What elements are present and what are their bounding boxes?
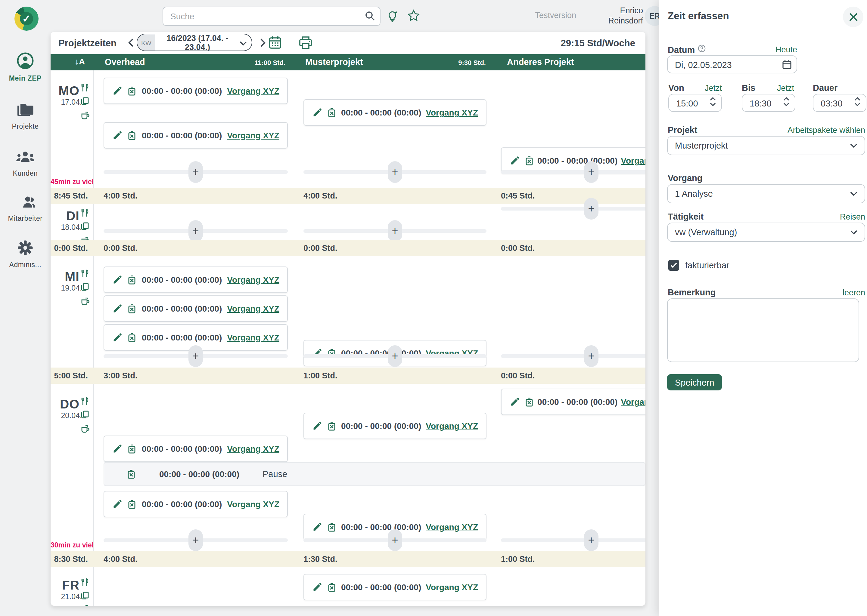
delete-entry-icon[interactable] <box>127 275 137 285</box>
entry-vorgang-link[interactable]: Vorgang XYZ <box>227 275 279 284</box>
delete-entry-icon[interactable] <box>127 444 137 454</box>
sidebar-item-mitarbeiter[interactable]: Mitarbeiter <box>0 194 50 222</box>
add-entry-button[interactable]: + <box>303 220 487 242</box>
time-entry[interactable]: 00:00 - 00:00 (00:00) Vorgang XYZ <box>104 295 288 322</box>
favorite-star-icon[interactable] <box>407 9 420 25</box>
entry-vorgang-link[interactable]: Vorgang XYZ <box>426 582 478 592</box>
edit-pencil-icon[interactable] <box>113 304 122 313</box>
column-header-anderes-projekt[interactable]: Anderes Projekt <box>507 57 574 67</box>
taetigkeit-select[interactable]: vw (Verwaltung) <box>667 223 865 242</box>
search-icon[interactable] <box>365 11 375 24</box>
next-week-button[interactable] <box>257 37 268 51</box>
sidebar-item-kunden[interactable]: Kunden <box>0 149 50 177</box>
delete-entry-icon[interactable] <box>127 332 137 343</box>
von-field[interactable] <box>668 94 722 112</box>
meal-break-icon[interactable] <box>81 578 88 589</box>
time-entry[interactable]: 00:00 - 00:00 (00:00) Vorgang XYZ <box>104 122 288 149</box>
time-entry[interactable]: 00:00 - 00:00 (00:00) Vorgang XYZ <box>501 389 645 415</box>
coffee-cup-icon[interactable] <box>81 605 90 606</box>
jetzt-link[interactable]: Jetzt <box>758 83 794 93</box>
edit-pencil-icon[interactable] <box>113 275 122 284</box>
fakturierbar-checkbox[interactable] <box>668 260 679 271</box>
bis-field[interactable] <box>742 94 795 112</box>
column-header-overhead[interactable]: Overhead <box>105 57 145 67</box>
time-entry[interactable]: 00:00 - 00:00 (00:00) Vorgang XYZ <box>104 267 288 293</box>
meal-break-icon[interactable] <box>81 209 88 220</box>
coffee-cup-icon[interactable] <box>81 297 90 308</box>
sidebar-item-administration[interactable]: Adminis... <box>0 239 50 268</box>
print-icon[interactable] <box>299 36 312 52</box>
help-icon[interactable] <box>698 44 706 54</box>
add-entry-button[interactable]: + <box>501 345 645 367</box>
zep-logo[interactable]: ✓ <box>14 6 39 31</box>
edit-pencil-icon[interactable] <box>312 421 322 431</box>
leeren-link[interactable]: leeren <box>835 288 865 297</box>
idea-lightbulb-icon[interactable] <box>386 9 399 25</box>
close-button[interactable] <box>843 6 863 27</box>
time-entry[interactable]: 00:00 - 00:00 (00:00) Vorgang XYZ <box>303 99 487 126</box>
projekt-select[interactable]: Musterprojekt <box>667 136 865 155</box>
prev-week-button[interactable] <box>126 37 137 51</box>
edit-pencil-icon[interactable] <box>113 333 122 342</box>
copy-icon[interactable] <box>81 97 89 108</box>
entry-vorgang-link[interactable]: Vorgang XYZ <box>227 304 279 313</box>
bemerkung-textarea[interactable] <box>667 299 859 362</box>
dauer-field[interactable] <box>813 94 866 112</box>
add-entry-button[interactable]: + <box>501 530 645 551</box>
entry-vorgang-link[interactable]: Vorgang XYZ <box>621 397 645 407</box>
meal-break-icon[interactable] <box>81 269 88 280</box>
time-entry[interactable]: 00:00 - 00:00 (00:00) Vorgang XYZ <box>303 574 487 600</box>
delete-entry-icon[interactable] <box>127 499 137 509</box>
week-selector[interactable]: KW 16/2023 (17.04. - 23.04.) <box>137 34 252 51</box>
edit-pencil-icon[interactable] <box>113 499 122 509</box>
search-input[interactable] <box>169 7 358 25</box>
entry-vorgang-link[interactable]: Vorgang XYZ <box>227 499 279 509</box>
entry-vorgang-link[interactable]: Vorgang XYZ <box>227 86 279 96</box>
add-entry-button[interactable]: + <box>104 345 288 367</box>
delete-entry-icon[interactable] <box>127 130 137 140</box>
entry-vorgang-link[interactable]: Vorgang XYZ <box>227 333 279 342</box>
copy-icon[interactable] <box>81 283 89 294</box>
calendar-icon[interactable] <box>782 60 792 72</box>
delete-entry-icon[interactable] <box>327 582 337 592</box>
entry-vorgang-link[interactable]: Vorgang XYZ <box>426 421 478 431</box>
von-input[interactable] <box>675 94 706 113</box>
time-entry[interactable]: 00:00 - 00:00 (00:00) Vorgang XYZ <box>303 413 487 439</box>
entry-vorgang-link[interactable]: Vorgang XYZ <box>227 444 279 454</box>
edit-pencil-icon[interactable] <box>510 397 520 407</box>
stepper-control[interactable] <box>783 97 789 107</box>
save-button[interactable]: Speichern <box>667 374 722 390</box>
edit-pencil-icon[interactable] <box>312 108 322 117</box>
sort-icon[interactable]: ↓A <box>75 57 85 66</box>
copy-icon[interactable] <box>81 591 89 602</box>
date-field[interactable] <box>667 55 797 73</box>
sidebar-item-mein-zep[interactable]: Mein ZEP <box>0 52 50 82</box>
coffee-cup-icon[interactable] <box>81 425 90 435</box>
reisen-link[interactable]: Reisen <box>835 212 865 222</box>
add-entry-button[interactable]: + <box>104 220 288 242</box>
copy-icon[interactable] <box>81 222 89 233</box>
edit-pencil-icon[interactable] <box>113 130 122 140</box>
entry-vorgang-link[interactable]: Vorgang XYZ <box>426 108 478 117</box>
delete-entry-icon[interactable] <box>327 107 337 118</box>
heute-link[interactable]: Heute <box>737 45 797 54</box>
time-entry[interactable]: 00:00 - 00:00 (00:00) Vorgang XYZ <box>104 435 288 462</box>
time-entry[interactable]: 00:00 - 00:00 (00:00) Vorgang XYZ <box>104 491 288 517</box>
delete-entry-icon[interactable] <box>127 86 137 96</box>
edit-pencil-icon[interactable] <box>113 86 122 96</box>
add-entry-button[interactable]: + <box>104 530 288 551</box>
delete-entry-icon[interactable] <box>525 397 534 407</box>
bis-input[interactable] <box>749 94 780 113</box>
add-entry-button[interactable]: + <box>501 198 645 220</box>
jetzt-link[interactable]: Jetzt <box>686 83 722 93</box>
sidebar-item-projekte[interactable]: Projekte <box>0 101 50 130</box>
add-entry-button[interactable]: + <box>303 345 487 367</box>
arbeitspakete-link[interactable]: Arbeitspakete wählen <box>775 126 865 135</box>
coffee-cup-icon[interactable] <box>81 111 90 122</box>
delete-entry-icon[interactable] <box>126 469 136 479</box>
dauer-input[interactable] <box>820 94 851 113</box>
meal-break-icon[interactable] <box>81 397 88 408</box>
time-entry[interactable]: 00:00 - 00:00 (00:00) Vorgang XYZ <box>104 78 288 104</box>
add-entry-button[interactable]: + <box>501 161 645 183</box>
add-entry-button[interactable]: + <box>104 161 288 183</box>
